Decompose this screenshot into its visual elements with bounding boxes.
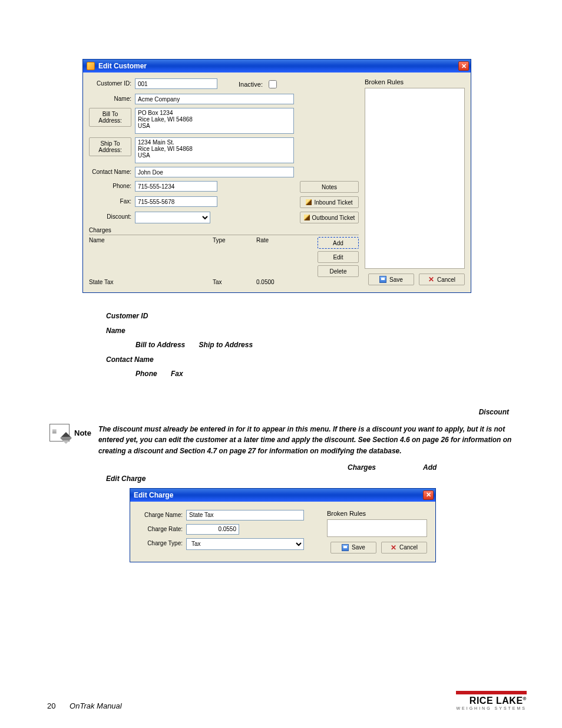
close-button[interactable]: ✕ (458, 61, 469, 71)
brand-logo: RICE LAKE® WEIGHING SYSTEMS (456, 691, 527, 710)
ship-to-button[interactable]: Ship To Address: (89, 137, 131, 156)
disk-icon (379, 276, 386, 283)
discount-label: Discount: (89, 212, 131, 220)
outbound-ticket-button[interactable]: Outbound Ticket (300, 212, 359, 223)
notes-button[interactable]: Notes (300, 181, 359, 193)
customer-id-input[interactable] (135, 78, 217, 89)
contact-name-input[interactable] (135, 167, 294, 177)
window-title: Edit Charge (134, 491, 173, 499)
charges-delete-button[interactable]: Delete (318, 265, 359, 277)
manual-title: OnTrak Manual (70, 701, 122, 710)
cancel-button[interactable]: ✕ Cancel (381, 542, 427, 554)
note-text: The discount must already be entered in … (98, 424, 527, 457)
window-title: Edit Customer (98, 62, 147, 70)
pencil-icon (306, 199, 312, 205)
edit-customer-window: Edit Customer ✕ Customer ID: Inactive: N… (82, 59, 471, 293)
broken-rules-label: Broken Rules (365, 78, 465, 85)
ship-to-textarea[interactable] (135, 137, 294, 163)
name-input[interactable] (135, 94, 294, 104)
bill-to-button[interactable]: Bill To Address: (89, 108, 131, 127)
table-row[interactable]: State Tax Tax 0.0500 (89, 279, 359, 285)
name-label: Name: (89, 94, 131, 102)
col-name: Name (89, 237, 210, 243)
phone-label: Phone: (89, 181, 131, 189)
close-icon: ✕ (391, 544, 396, 551)
charge-name-input[interactable] (186, 510, 304, 521)
charge-name-label: Charge Name: (138, 510, 183, 518)
col-rate: Rate (256, 237, 297, 243)
edit-customer-titlebar: Edit Customer ✕ (83, 60, 471, 73)
fax-input[interactable] (135, 196, 217, 207)
charge-type-select[interactable]: Tax (186, 538, 304, 550)
disk-icon (342, 544, 349, 551)
close-button[interactable]: ✕ (423, 490, 434, 500)
inbound-ticket-button[interactable]: Inbound Ticket (300, 196, 359, 208)
charge-type-label: Charge Type: (138, 538, 183, 546)
note-label: Note (74, 427, 91, 439)
window-icon (87, 62, 95, 70)
inactive-label: Inactive: (239, 81, 263, 88)
page-number: 20 (47, 701, 55, 710)
charges-header: Charges (89, 227, 359, 233)
cancel-button[interactable]: ✕ Cancel (419, 274, 465, 285)
charges-edit-button[interactable]: Edit (318, 251, 359, 263)
broken-rules-list (365, 88, 465, 269)
document-body: Customer ID Name Bill to Address Ship to… (47, 311, 527, 485)
charges-table: Name Type Rate Add Edit Delete State Tax… (89, 235, 359, 285)
charge-rate-input[interactable] (186, 524, 239, 535)
edit-charge-titlebar: Edit Charge ✕ (130, 489, 435, 502)
charge-rate-label: Charge Rate: (138, 524, 183, 532)
edit-charge-window: Edit Charge ✕ Charge Name: Charge Rate: … (130, 488, 436, 562)
inactive-checkbox[interactable] (269, 80, 277, 88)
charges-add-button[interactable]: Add (318, 237, 359, 249)
close-icon: ✕ (428, 276, 434, 283)
phone-input[interactable] (135, 181, 217, 192)
bill-to-textarea[interactable] (135, 108, 294, 134)
broken-rules-list (327, 519, 427, 537)
pencil-icon (304, 215, 310, 220)
discount-select[interactable] (135, 212, 210, 223)
page-footer: 20 OnTrak Manual RICE LAKE® WEIGHING SYS… (47, 691, 527, 710)
contact-name-label: Contact Name: (89, 167, 131, 175)
customer-id-label: Customer ID: (89, 78, 131, 87)
fax-label: Fax: (89, 196, 131, 205)
save-button[interactable]: Save (368, 274, 414, 285)
note-icon (49, 424, 70, 442)
save-button[interactable]: Save (330, 542, 376, 554)
broken-rules-label: Broken Rules (327, 510, 427, 517)
col-type: Type (213, 237, 254, 243)
